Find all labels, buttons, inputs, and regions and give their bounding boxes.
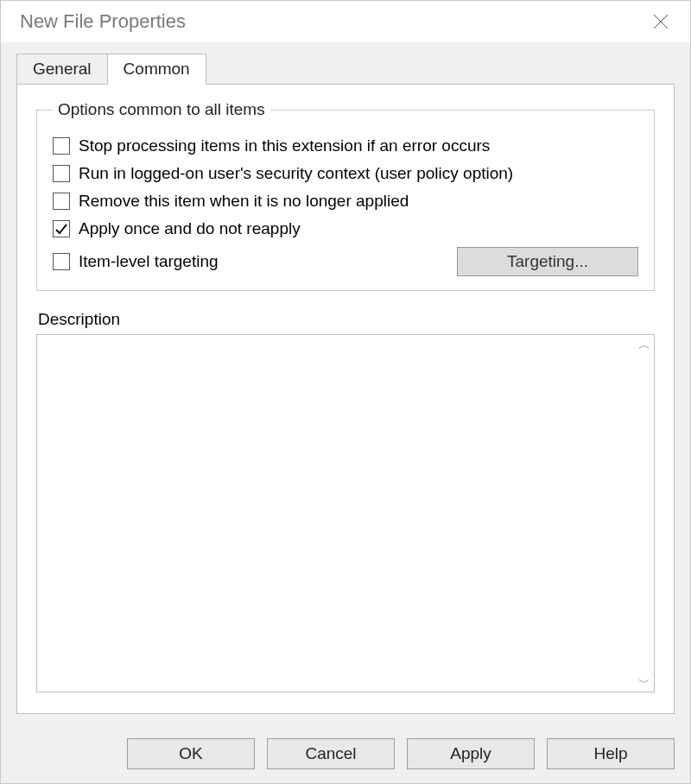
option-label: Item-level targeting	[79, 252, 219, 271]
targeting-button[interactable]: Targeting...	[457, 247, 638, 276]
cancel-button[interactable]: Cancel	[267, 738, 395, 769]
dialog-window: New File Properties General Common Optio…	[0, 0, 691, 784]
option-remove-item: Remove this item when it is no longer ap…	[53, 192, 638, 211]
tab-common[interactable]: Common	[107, 54, 206, 85]
titlebar: New File Properties	[1, 1, 690, 42]
description-textarea[interactable]	[37, 335, 633, 692]
check-icon	[54, 222, 68, 236]
checkbox-remove-item[interactable]	[53, 193, 70, 210]
checkbox-stop-processing[interactable]	[53, 137, 70, 155]
option-label: Stop processing items in this extension …	[79, 136, 490, 155]
option-label: Apply once and do not reapply	[79, 219, 301, 238]
option-label: Run in logged-on user's security context…	[79, 164, 513, 183]
close-button[interactable]	[643, 4, 678, 39]
scrollbar[interactable]: ︿ ﹀	[635, 335, 654, 692]
option-stop-processing: Stop processing items in this extension …	[53, 136, 638, 155]
option-apply-once: Apply once and do not reapply	[53, 219, 638, 238]
close-icon	[653, 14, 669, 29]
client-area: General Common Options common to all ite…	[1, 42, 690, 726]
scroll-down-icon: ﹀	[638, 676, 650, 688]
tab-row: General Common	[16, 53, 675, 84]
option-item-level-targeting-row: Item-level targeting Targeting...	[53, 247, 638, 276]
tab-general[interactable]: General	[16, 54, 108, 84]
option-run-user-context: Run in logged-on user's security context…	[53, 164, 638, 183]
options-groupbox: Options common to all items Stop process…	[36, 100, 655, 291]
checkbox-run-user-context[interactable]	[53, 165, 70, 182]
help-button[interactable]: Help	[547, 738, 675, 769]
dialog-button-row: OK Cancel Apply Help	[1, 726, 690, 783]
description-box: ︿ ﹀	[36, 334, 655, 692]
description-label: Description	[38, 310, 655, 329]
checkbox-apply-once[interactable]	[53, 220, 70, 237]
window-title: New File Properties	[20, 10, 186, 33]
checkbox-item-level-targeting[interactable]	[53, 253, 70, 270]
apply-button[interactable]: Apply	[407, 738, 535, 769]
option-item-level-targeting: Item-level targeting	[53, 252, 219, 271]
scroll-up-icon: ︿	[638, 338, 650, 351]
option-label: Remove this item when it is no longer ap…	[79, 192, 409, 211]
options-legend: Options common to all items	[53, 100, 270, 119]
ok-button[interactable]: OK	[127, 738, 255, 769]
tab-panel-common: Options common to all items Stop process…	[16, 84, 675, 714]
